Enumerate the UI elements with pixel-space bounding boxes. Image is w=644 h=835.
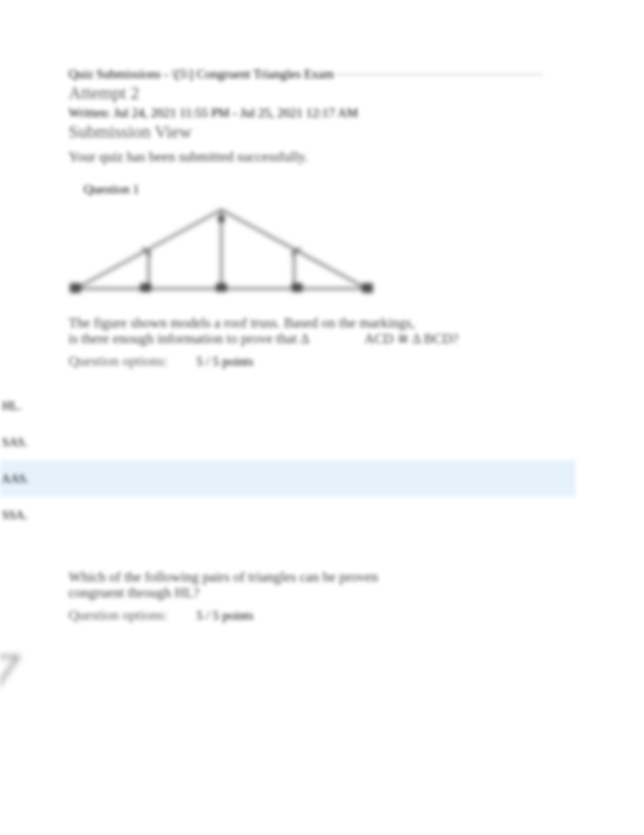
question-1-options-label: Question options:	[69, 354, 167, 369]
question-2-figure	[0, 648, 644, 741]
answer-text: ) ≅ ΔBCD by SSA.	[0, 508, 27, 522]
title-divider	[337, 74, 543, 75]
question-1-line1: The figure shown models a roof truss. Ba…	[69, 315, 415, 330]
answer-text: ) ≅ ΔBCD by HL.	[0, 398, 21, 413]
svg-rect-13	[140, 283, 151, 292]
question-1-text: The figure shown models a roof truss. Ba…	[69, 315, 469, 347]
svg-line-17	[0, 657, 18, 720]
svg-rect-11	[70, 283, 81, 293]
question-1-answers: ) ≅ ΔBCD by HL. ) ≅ ΔBCD by SAS. ) ≅ ΔBC…	[0, 387, 575, 533]
answer-option[interactable]: ) ≅ ΔBCD by SSA.	[0, 497, 575, 533]
submission-view-heading: Submission View	[69, 122, 614, 142]
truss-figure	[64, 201, 614, 303]
quiz-title: Quiz Submissions - \[5\] Congruent Trian…	[69, 67, 334, 82]
answer-option[interactable]: ) ≅ ΔBCD by SAS.	[0, 424, 575, 460]
question-2-options-row: Question options: 5 / 5 points	[69, 608, 614, 623]
question-2-text: Which of the following pairs of triangle…	[69, 569, 384, 602]
attempt-heading: Attempt 2	[69, 83, 614, 103]
quiz-title-row: Quiz Submissions - \[5\] Congruent Trian…	[69, 67, 614, 82]
question-1-line2b: ACD ≅ Δ BCD?	[364, 331, 458, 346]
question-2-block: Which of the following pairs of triangle…	[69, 569, 614, 623]
svg-rect-14	[292, 283, 303, 292]
question-2-options-label: Question options:	[69, 608, 167, 623]
success-message: Your quiz has been submitted successfull…	[69, 149, 614, 165]
question-1-label: Question 1	[84, 182, 614, 197]
svg-point-10	[218, 215, 225, 223]
svg-rect-12	[362, 283, 373, 293]
answer-text: ) ≅ ΔBCD by SAS.	[0, 435, 27, 449]
answer-option-selected[interactable]: ) ≅ ΔBCD by AAS.	[0, 460, 575, 497]
written-timestamp: Written: Jul 24, 2021 11:55 PM - Jul 25,…	[69, 106, 614, 121]
question-1-line2a: is there enough information to prove tha…	[69, 331, 309, 346]
question-1-options-row: Question options: 5 / 5 points	[69, 354, 614, 369]
answer-text: ) ≅ ΔBCD by AAS.	[0, 471, 29, 486]
question-1-points: 5 / 5 points	[196, 354, 253, 369]
answer-option[interactable]: ) ≅ ΔBCD by HL.	[0, 387, 575, 424]
question-2-points: 5 / 5 points	[196, 608, 253, 623]
svg-rect-15	[216, 283, 227, 292]
